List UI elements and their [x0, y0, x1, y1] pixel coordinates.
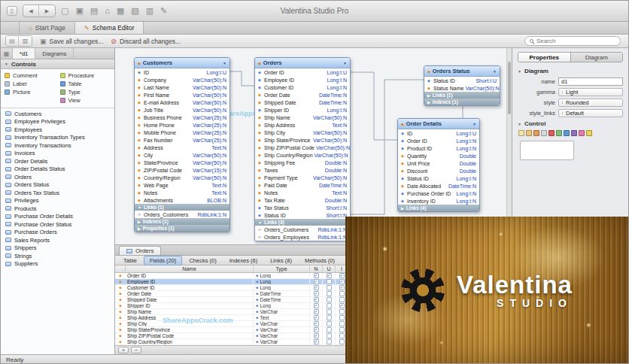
- indexed-checkbox[interactable]: ✓: [339, 279, 345, 284]
- subtab-links-8[interactable]: Links (8): [264, 256, 298, 265]
- open-icon[interactable]: ▣: [75, 7, 83, 15]
- unique-checkbox[interactable]: [327, 303, 332, 308]
- unique-checkbox[interactable]: ✓: [327, 273, 332, 278]
- field-row[interactable]: ◆Last NameVarChar(50):N: [135, 83, 229, 91]
- color-swatch[interactable]: [533, 130, 539, 136]
- diagram-table-orders[interactable]: ◆Orders▼◆Order IDLong:I:U◆Employee IDLon…: [254, 57, 351, 241]
- color-swatch[interactable]: [564, 130, 570, 136]
- indexed-checkbox[interactable]: ✓: [339, 303, 345, 308]
- indexed-checkbox[interactable]: [339, 321, 345, 326]
- nullable-checkbox[interactable]: ✓: [314, 339, 319, 344]
- sidebar-item-orders-status[interactable]: Orders Status: [1, 181, 114, 190]
- field-row[interactable]: ◆Status NameVarChar(50):N: [424, 84, 500, 92]
- field-row[interactable]: ◆Country/RegionVarChar(50):N: [135, 174, 229, 181]
- bottom-tab-orders[interactable]: Orders: [119, 246, 161, 255]
- tab-start-page[interactable]: ⌂ Start Page: [19, 22, 75, 34]
- sidebar-item-orders[interactable]: Orders: [1, 173, 114, 181]
- report-icon[interactable]: ▥: [146, 7, 153, 15]
- unique-checkbox[interactable]: [327, 279, 332, 284]
- sidebar-item-customers[interactable]: Customers: [1, 110, 114, 118]
- discard-all-button[interactable]: ⊘ Discard all changes...: [111, 38, 181, 45]
- color-swatch[interactable]: [526, 130, 532, 136]
- sidebar-item-shippers[interactable]: Shippers: [1, 244, 114, 253]
- nullable-checkbox[interactable]: ✓: [314, 285, 319, 290]
- field-row[interactable]: ◆State/ProvinceVarChar(50):N: [135, 159, 229, 166]
- field-row[interactable]: ◆TaxesDouble:N: [255, 166, 350, 174]
- nullable-checkbox[interactable]: ✓: [314, 297, 319, 302]
- field-row[interactable]: ◆Tax StatusShort:I:N: [255, 204, 350, 211]
- scrollbar-thumb[interactable]: [508, 62, 511, 114]
- nullable-checkbox[interactable]: ✓: [314, 279, 319, 284]
- field-row[interactable]: ◆ZIP/Postal CodeVarChar(15):N: [135, 166, 229, 174]
- field-row[interactable]: ◆IDLong:I:U: [398, 129, 479, 137]
- table-card-header[interactable]: ◆Order Details▼: [398, 119, 479, 129]
- section-bar-links-3[interactable]: ▼Links (3): [255, 219, 350, 226]
- style-select[interactable]: ↕ Rounded: [558, 99, 623, 107]
- table-card-header[interactable]: ◆Orders▼: [255, 58, 350, 68]
- section-bar-indexes-1[interactable]: ▶Indexes (1): [424, 99, 500, 105]
- forward-button[interactable]: ▶: [39, 5, 55, 17]
- controls-header[interactable]: ▼ Controls: [1, 59, 114, 69]
- column-header-nullable[interactable]: N: [310, 265, 323, 272]
- link-row[interactable]: ∞Orders_CustomersRdbLink:1:N: [255, 226, 350, 233]
- nullable-checkbox[interactable]: ✓: [314, 309, 319, 314]
- field-row[interactable]: ◆Tax RateDouble:N: [255, 196, 350, 204]
- field-row[interactable]: ◆Status IDShort:I:N: [255, 211, 350, 219]
- subtab-table[interactable]: Table: [117, 256, 143, 265]
- sidebar-item-suppliers[interactable]: Suppliers: [1, 260, 114, 268]
- field-row[interactable]: ◆Ship AddressText:N: [255, 121, 350, 129]
- section-bar-properties-1[interactable]: ▶Properties (1): [135, 225, 229, 232]
- sidebar-item-sales-reports[interactable]: Sales Reports: [1, 236, 114, 244]
- gamma-select[interactable]: ↕ Light: [558, 88, 623, 96]
- unique-checkbox[interactable]: [327, 321, 332, 326]
- field-row[interactable]: ◆Paid DateDateTime:N: [255, 181, 350, 189]
- search-input[interactable]: [536, 38, 615, 44]
- link-row[interactable]: ∞Orders_EmployeesRdbLink:1:N: [255, 233, 350, 241]
- field-row[interactable]: ◆Status IDLong:I:N: [398, 174, 479, 182]
- list-view-icon[interactable]: ▥: [19, 36, 32, 46]
- field-row[interactable]: ◆Shipping FeeDouble:N: [255, 159, 350, 166]
- table-menu-icon[interactable]: ▼: [493, 69, 497, 74]
- new-table-icon[interactable]: ▦: [117, 7, 124, 15]
- field-row[interactable]: ◆Order IDLong:I:U: [255, 68, 350, 76]
- table-menu-icon[interactable]: ▼: [223, 61, 226, 65]
- field-row[interactable]: ◆NotesText:N: [135, 189, 229, 196]
- color-swatch[interactable]: [518, 130, 524, 136]
- subtab-fields-20[interactable]: Fields (20): [144, 256, 182, 265]
- nullable-checkbox[interactable]: ✓: [314, 291, 319, 296]
- sidebar-item-invoices[interactable]: Invoices: [1, 150, 114, 158]
- control-item-comment[interactable]: Comment: [5, 71, 56, 80]
- color-swatch[interactable]: [579, 130, 585, 136]
- field-row[interactable]: ◆IDLong:I:U: [135, 68, 229, 76]
- field-row[interactable]: ◆AttachmentsBLOB:N: [135, 196, 229, 204]
- sidebar-item-purchase-order-details[interactable]: Purchase Order Details: [1, 213, 114, 221]
- section-bar-links-1[interactable]: ▼Links (1): [135, 204, 229, 211]
- tab-properties[interactable]: Properties: [518, 53, 571, 62]
- search-field[interactable]: [524, 36, 621, 46]
- color-swatch[interactable]: [571, 130, 577, 136]
- field-row[interactable]: ◆Job TitleVarChar(50):N: [135, 106, 229, 114]
- unique-checkbox[interactable]: [327, 339, 332, 344]
- sidebar-item-privileges[interactable]: Privileges: [1, 197, 114, 205]
- unique-checkbox[interactable]: [327, 315, 332, 320]
- field-row[interactable]: ◆Web PageText:N: [135, 181, 229, 189]
- sidebar-item-purchase-order-status[interactable]: Purchase Order Status: [1, 220, 114, 229]
- field-row[interactable]: ◆Business PhoneVarChar(25):N: [135, 114, 229, 121]
- back-button[interactable]: ◀: [23, 5, 39, 17]
- indexed-checkbox[interactable]: [339, 339, 345, 344]
- color-swatch[interactable]: [556, 130, 562, 136]
- control-item-procedure[interactable]: Procedure: [60, 71, 111, 80]
- nullable-checkbox[interactable]: ✓: [314, 333, 319, 338]
- grid-view-icon[interactable]: ▤: [6, 36, 19, 46]
- field-row[interactable]: ◆Date AllocatedDateTime:N: [398, 182, 479, 190]
- subtab-methods-0[interactable]: Methods (0): [299, 256, 341, 265]
- table-card-header[interactable]: ◆Customers▼: [135, 58, 229, 68]
- column-header-icon[interactable]: [115, 265, 126, 272]
- unique-checkbox[interactable]: [327, 297, 332, 302]
- field-row[interactable]: ◆NotesText:N: [255, 189, 350, 196]
- table-card-header[interactable]: ◆Orders Status▼: [424, 66, 500, 77]
- save-icon[interactable]: ▤: [90, 7, 98, 15]
- remove-field-button[interactable]: −: [131, 347, 141, 353]
- table-menu-icon[interactable]: ▼: [473, 122, 476, 126]
- indexed-checkbox[interactable]: ✓: [339, 273, 345, 278]
